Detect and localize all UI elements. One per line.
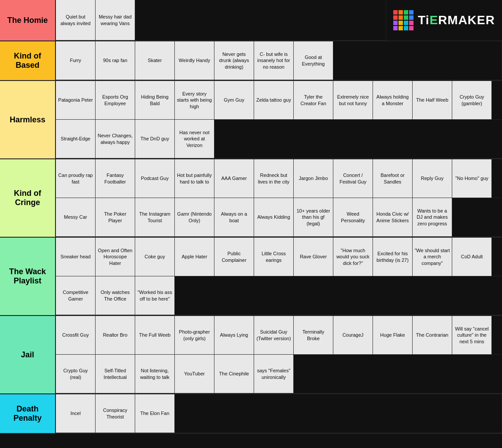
tier-label-harmless: Harmless [0,81,55,158]
list-item: The Instagram Tourist [135,198,175,237]
list-item: Coke guy [135,238,175,276]
list-item: Barefoot or Sandles [373,159,413,198]
list-item: Weed Personality [333,198,373,237]
tier-items-cringe: Can proudly rap fast Fantasy Footballer … [55,159,502,237]
tier-label-homie: The Homie [0,0,55,40]
tier-items-wack: Sneaker head Open and Often Horoscope Ha… [55,238,502,315]
list-item: Wants to be a DJ and makes zero progress [413,198,452,237]
list-item: Incel [56,394,96,433]
list-item: CoD Adult [452,238,492,276]
list-item: Gym Guy [214,81,254,120]
list-item: AAA Gamer [214,159,254,198]
list-item: Conspiracy Theorist [96,394,135,433]
tier-items-based: Furry 90s rap fan Skater Weirdly Handy N… [55,41,502,80]
list-item: Can proudly rap fast [56,159,96,198]
list-item: Has never not worked at Verizon [175,120,214,158]
tier-label-death: Death Penalty [0,394,55,433]
empty-cell [333,41,502,80]
list-item: Podcast Guy [135,159,175,198]
list-item: The Cinephile [214,355,254,393]
list-item: 10+ years older than his gf (legal) [294,198,333,237]
tier-label-cringe: Kind of Cringe [0,159,55,237]
list-item: The Poker Player [96,198,135,237]
list-item: Always Kidding [254,198,294,237]
header-row: The Homie Quiet but always invited Messy… [0,0,502,41]
list-item: Huge Flake [373,316,413,355]
tier-row-wack: The Wack Playlist Sneaker head Open and … [0,238,502,316]
tier-items-harmless: Patagonia Peter Esports Org Employee Hid… [55,81,502,158]
list-item: Crossfit Guy [56,316,96,355]
list-item: Quiet but always invited [56,0,96,40]
list-item: Rave Glover [294,238,333,276]
list-item: Reply Guy [413,159,452,198]
list-item: Never Changes, always happy [96,120,135,158]
list-item: Realtor Bro [96,316,135,355]
list-item: Public Complainer [214,238,254,276]
list-item: Little Cross earings [254,238,294,276]
empty-cell [175,276,502,315]
list-item: Always holding a Monster [373,81,413,120]
empty-cell [492,238,502,276]
empty-cell [294,355,502,393]
list-item: Furry [56,41,96,80]
list-item: Suicidal Guy (Twitter version) [254,316,294,355]
list-item: Always Lying [214,316,254,355]
empty-cell [214,120,502,158]
list-item: The Half Weeb [413,81,452,120]
tier-row-based: Kind of Based Furry 90s rap fan Skater W… [0,41,502,81]
list-item: Only watches The Office [96,276,135,315]
tier-items-death: Incel Conspiracy Theorist The Elon Fan [55,394,502,433]
empty-cell [135,0,386,40]
list-item: Fantasy Footballer [96,159,135,198]
list-item: YouTuber [175,355,214,393]
list-item: Concert / Festival Guy [333,159,373,198]
list-item: Messy Car [56,198,96,237]
list-item: Jargon Jimbo [294,159,333,198]
list-item: Sneaker head [56,238,96,276]
logo-text: TiERMAKER [418,13,495,27]
list-item: Photo-grapher (only girls) [175,316,214,355]
empty-cell [492,316,502,355]
list-item: Crypto Guy (gambler) [452,81,492,120]
list-item: The Elon Fan [135,394,175,433]
list-item: Messy hair dad wearing Vans [96,0,135,40]
list-item: Esports Org Employee [96,81,135,120]
list-item: Honda Civic w/ Anime Stickers [373,198,413,237]
tier-row-cringe: Kind of Cringe Can proudly rap fast Fant… [0,159,502,238]
list-item: Hot but painfully hard to talk to [175,159,214,198]
empty-cell [492,81,502,120]
logo-grid [393,10,413,30]
list-item: Patagonia Peter [56,81,96,120]
list-item: Extremely nice but not funny [333,81,373,120]
list-item: Crypto Guy (real) [56,355,96,393]
list-item: Not listening, waiting to talk [135,355,175,393]
list-item: The Contrarian [413,316,452,355]
list-item: Excited for his birthday (is 27) [373,238,413,276]
list-item: "No Homo" guy [452,159,492,198]
tier-label-wack: The Wack Playlist [0,238,55,315]
list-item: Apple Hater [175,238,214,276]
list-item: says "Females" unironically [254,355,294,393]
list-item: C- but wife is insanely hot for no reaso… [254,41,294,80]
empty-cell [175,394,502,433]
tier-row-jail: Jail Crossfit Guy Realtor Bro The Full W… [0,316,502,394]
empty-cell [452,198,502,237]
list-item: CourageJ [333,316,373,355]
list-item: Gamr (Nintendo Only) [175,198,214,237]
list-item: Tyler the Creator Fan [294,81,333,120]
list-item: Self-Titled Intellectual [96,355,135,393]
list-item: Hiding Being Bald [135,81,175,120]
tier-row-death: Death Penalty Incel Conspiracy Theorist … [0,394,502,434]
tier-row-harmless: Harmless Patagonia Peter Esports Org Emp… [0,81,502,159]
list-item: Good at Everything [294,41,333,80]
list-item: Open and Often Horoscope Hater [96,238,135,276]
list-item: The DnD guy [135,120,175,158]
list-item: "How much would you suck dick for?" [333,238,373,276]
list-item: Weirdly Handy [175,41,214,80]
list-item: Competitive Gamer [56,276,96,315]
list-item: Will say "cancel culture" in the next 5 … [452,316,492,355]
tier-label-based: Kind of Based [0,41,55,80]
list-item: Zelda tattoo guy [254,81,294,120]
list-item: Never gets drunk (always drinking) [214,41,254,80]
tier-label-jail: Jail [0,316,55,393]
